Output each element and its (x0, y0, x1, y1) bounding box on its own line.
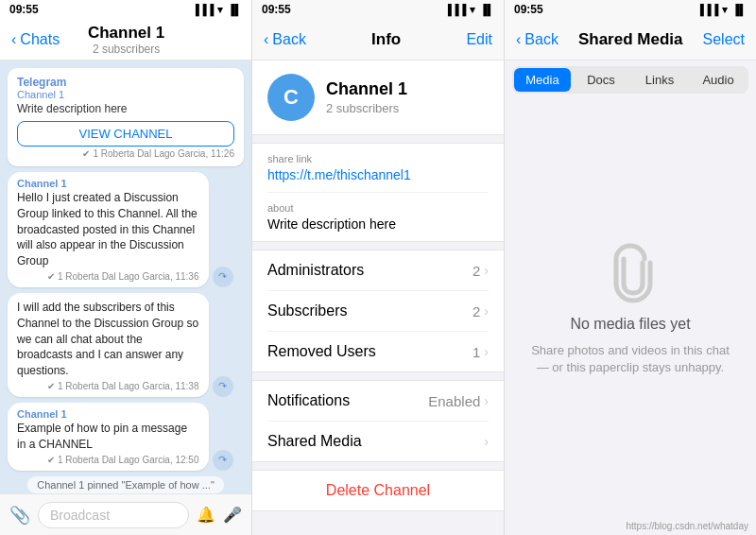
about-field: about Write description here (267, 193, 489, 241)
nav-title-1: Channel 1 2 subscribers (88, 24, 164, 56)
chat-panel: 09:55 ▐▐▐ ▾ ▐▌ ‹ Chats Channel 1 2 subsc… (0, 0, 252, 535)
removed-users-label: Removed Users (267, 343, 376, 360)
forward-icon-1[interactable]: ↷ (213, 267, 233, 287)
notification-text: Write description here (17, 102, 234, 115)
msg-meta-2: ✔1 Roberta Dal Lago Garcia, 11:38 (17, 381, 199, 391)
bell-icon[interactable]: 🔔 (197, 506, 215, 524)
wifi-icon: ▾ (217, 4, 223, 16)
bubble-1: Channel 1 Hello I just created a Discuss… (8, 172, 209, 287)
subscribers-row[interactable]: Subscribers 2 › (267, 291, 489, 332)
shared-media-panel: 09:55 ▐▐▐▾▐▌ ‹ Back Shared Media Select … (505, 0, 756, 535)
about-label: about (267, 202, 489, 214)
battery-icon: ▐▌ (227, 4, 242, 15)
bubble-channel-1: Channel 1 (17, 178, 199, 189)
notification-channel: Channel 1 (17, 89, 234, 100)
status-bar-3: 09:55 ▐▐▐▾▐▌ (505, 0, 756, 19)
signal-icon: ▐▐▐ (192, 4, 214, 15)
chevron-icon-1: › (484, 263, 489, 278)
share-link-section: share link https://t.me/thischannel1 abo… (252, 143, 504, 242)
msg-meta-0: ✔1 Roberta Dal Lago Garcia, 11:26 (17, 148, 234, 159)
delete-label: Delete Channel (267, 482, 489, 499)
chevron-left-icon-2: ‹ (264, 31, 268, 48)
bubble-text-3: Example of how to pin a message in a CHA… (17, 421, 199, 453)
notifications-row[interactable]: Notifications Enabled › (267, 381, 489, 422)
msg-meta-3: ✔1 Roberta Dal Lago Garcia, 12:50 (17, 455, 199, 465)
bubble-row-3: Channel 1 Example of how to pin a messag… (8, 403, 244, 471)
nav-bar-1: ‹ Chats Channel 1 2 subscribers (0, 19, 251, 60)
info-rows-section: Administrators 2 › Subscribers 2 › Remov… (252, 250, 504, 372)
info-back-button[interactable]: ‹ Back (264, 31, 306, 48)
tab-docs[interactable]: Docs (573, 68, 629, 92)
info-nav-bar: ‹ Back Info Edit (252, 19, 504, 60)
shared-media-title: Shared Media (578, 30, 683, 49)
attach-icon[interactable]: 📎 (9, 505, 30, 526)
chevron-left-icon-3: ‹ (516, 31, 521, 48)
notifications-section: Notifications Enabled › Shared Media › (252, 380, 504, 462)
info-content: C Channel 1 2 subscribers share link htt… (252, 60, 504, 535)
subscribers-value: 2 › (472, 303, 489, 319)
bubble-3: Channel 1 Example of how to pin a messag… (8, 403, 209, 471)
bubble-text-2: I will add the subscribers of this Chann… (17, 300, 199, 379)
notifications-value: Enabled › (428, 393, 489, 409)
share-link-field: share link https://t.me/thischannel1 (267, 144, 489, 193)
channel-name: Channel 1 (326, 79, 407, 99)
tab-links[interactable]: Links (631, 68, 688, 92)
admin-value: 2 › (472, 263, 489, 279)
shared-media-label: Shared Media (267, 433, 362, 450)
removed-users-row[interactable]: Removed Users 1 › (267, 332, 489, 371)
status-icons-2: ▐▐▐▾▐▌ (444, 4, 494, 16)
broadcast-input[interactable]: Broadcast (38, 502, 189, 528)
watermark: https://blog.csdn.net/whatday (505, 517, 756, 535)
bottom-bar: 📎 Broadcast 🔔 🎤 (0, 493, 251, 535)
view-channel-button[interactable]: VIEW CHANNEL (17, 121, 234, 147)
empty-subtitle: Share photos and videos in this chat — o… (524, 342, 737, 376)
status-bar-2: 09:55 ▐▐▐▾▐▌ (252, 0, 504, 19)
bubble-2: I will add the subscribers of this Chann… (8, 293, 209, 397)
tab-media[interactable]: Media (514, 68, 571, 92)
delete-section[interactable]: Delete Channel (252, 470, 504, 511)
admin-row[interactable]: Administrators 2 › (267, 250, 489, 291)
chevron-icon-5: › (484, 434, 489, 449)
empty-title: No media files yet (570, 316, 690, 333)
bubble-row-1: Channel 1 Hello I just created a Discuss… (8, 172, 244, 287)
info-avatar-section: C Channel 1 2 subscribers (252, 60, 504, 135)
empty-media-state: No media files yet Share photos and vide… (505, 99, 756, 517)
chevron-icon-4: › (484, 393, 489, 408)
notifications-label: Notifications (267, 392, 350, 409)
bubble-text-1: Hello I just created a Discussion Group … (17, 190, 199, 269)
channel-subscribers: 2 subscribers (326, 101, 407, 115)
info-title: Info (371, 30, 401, 49)
edit-button[interactable]: Edit (466, 31, 492, 48)
avatar: C (267, 74, 315, 121)
status-bar-1: 09:55 ▐▐▐ ▾ ▐▌ (0, 0, 251, 19)
time-3: 09:55 (514, 3, 543, 16)
forward-icon-3[interactable]: ↷ (213, 450, 233, 471)
chevron-icon-3: › (484, 344, 489, 359)
shared-media-row[interactable]: Shared Media › (267, 422, 489, 461)
channel-name-section: Channel 1 2 subscribers (326, 79, 407, 115)
time-1: 09:55 (9, 3, 39, 16)
bubble-channel-3: Channel 1 (17, 408, 199, 420)
status-icons-3: ▐▐▐▾▐▌ (696, 4, 747, 16)
status-icons-1: ▐▐▐ ▾ ▐▌ (192, 4, 242, 16)
share-link-label: share link (267, 153, 489, 164)
shared-back-button[interactable]: ‹ Back (516, 31, 558, 48)
shared-nav-bar: ‹ Back Shared Media Select (505, 19, 756, 60)
about-value: Write description here (267, 216, 489, 232)
admin-label: Administrators (267, 262, 364, 279)
share-link-value[interactable]: https://t.me/thischannel1 (267, 167, 489, 182)
back-button-1[interactable]: ‹ Chats (11, 31, 60, 48)
select-button[interactable]: Select (703, 31, 745, 48)
bubble-row-2: I will add the subscribers of this Chann… (8, 293, 244, 397)
paperclip-icon (597, 240, 663, 306)
info-panel: 09:55 ▐▐▐▾▐▌ ‹ Back Info Edit C Channel … (252, 0, 505, 535)
notification-card: Telegram Channel 1 Write description her… (8, 68, 244, 166)
tab-bar: Media Docs Links Audio (512, 66, 748, 94)
chevron-left-icon: ‹ (11, 31, 16, 48)
time-2: 09:55 (262, 3, 291, 16)
forward-icon-2[interactable]: ↷ (213, 376, 233, 397)
mic-icon[interactable]: 🎤 (223, 506, 242, 524)
subscribers-label: Subscribers (267, 302, 347, 319)
msg-meta-1: ✔1 Roberta Dal Lago Garcia, 11:36 (17, 271, 199, 282)
tab-audio[interactable]: Audio (690, 68, 747, 92)
